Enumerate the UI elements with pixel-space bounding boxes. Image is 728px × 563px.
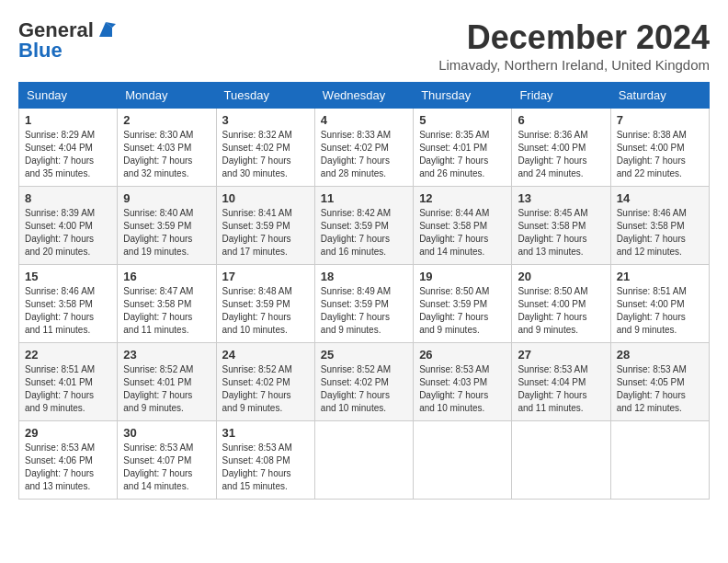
day-number: 7: [617, 113, 703, 127]
calendar-cell: 14 Sunrise: 8:46 AMSunset: 3:58 PMDaylig…: [610, 187, 709, 265]
calendar-cell: 4 Sunrise: 8:33 AMSunset: 4:02 PMDayligh…: [314, 109, 413, 187]
calendar-cell: 19 Sunrise: 8:50 AMSunset: 3:59 PMDaylig…: [414, 265, 512, 343]
day-info: Sunrise: 8:46 AMSunset: 3:58 PMDaylight:…: [25, 286, 95, 335]
calendar-header-row: SundayMondayTuesdayWednesdayThursdayFrid…: [19, 83, 710, 109]
calendar-cell: 20 Sunrise: 8:50 AMSunset: 4:00 PMDaylig…: [512, 265, 610, 343]
day-number: 2: [123, 113, 210, 127]
calendar-cell: 9 Sunrise: 8:40 AMSunset: 3:59 PMDayligh…: [118, 187, 216, 265]
title-section: December 2024 Limavady, Northern Ireland…: [438, 18, 710, 73]
day-info: Sunrise: 8:44 AMSunset: 3:58 PMDaylight:…: [419, 208, 489, 257]
calendar-cell: 17 Sunrise: 8:48 AMSunset: 3:59 PMDaylig…: [216, 265, 314, 343]
calendar-cell: [610, 421, 709, 500]
day-info: Sunrise: 8:40 AMSunset: 3:59 PMDaylight:…: [123, 208, 193, 257]
day-info: Sunrise: 8:32 AMSunset: 4:02 PMDaylight:…: [222, 130, 292, 178]
day-header-saturday: Saturday: [610, 83, 709, 109]
day-info: Sunrise: 8:47 AMSunset: 3:58 PMDaylight:…: [123, 286, 193, 335]
day-number: 13: [518, 191, 604, 205]
calendar-cell: [512, 421, 610, 500]
day-info: Sunrise: 8:39 AMSunset: 4:00 PMDaylight:…: [25, 208, 95, 257]
day-header-tuesday: Tuesday: [216, 83, 314, 109]
day-info: Sunrise: 8:48 AMSunset: 3:59 PMDaylight:…: [222, 286, 292, 335]
day-number: 26: [419, 348, 506, 362]
calendar-week-5: 29 Sunrise: 8:53 AMSunset: 4:06 PMDaylig…: [19, 421, 710, 500]
day-number: 1: [25, 113, 111, 127]
calendar-cell: 11 Sunrise: 8:42 AMSunset: 3:59 PMDaylig…: [314, 187, 413, 265]
calendar-cell: 25 Sunrise: 8:52 AMSunset: 4:02 PMDaylig…: [314, 343, 413, 421]
day-info: Sunrise: 8:42 AMSunset: 3:59 PMDaylight:…: [321, 208, 391, 257]
day-info: Sunrise: 8:53 AMSunset: 4:06 PMDaylight:…: [25, 442, 95, 491]
calendar-table: SundayMondayTuesdayWednesdayThursdayFrid…: [18, 82, 710, 500]
day-number: 6: [518, 113, 604, 127]
day-info: Sunrise: 8:45 AMSunset: 3:58 PMDaylight:…: [518, 208, 587, 257]
day-number: 9: [123, 191, 210, 205]
day-number: 31: [222, 426, 309, 440]
calendar-cell: 1 Sunrise: 8:29 AMSunset: 4:04 PMDayligh…: [19, 109, 118, 187]
calendar-cell: 27 Sunrise: 8:53 AMSunset: 4:04 PMDaylig…: [512, 343, 610, 421]
day-info: Sunrise: 8:50 AMSunset: 3:59 PMDaylight:…: [419, 286, 489, 335]
calendar-cell: 2 Sunrise: 8:30 AMSunset: 4:03 PMDayligh…: [118, 109, 216, 187]
day-number: 16: [123, 270, 210, 283]
calendar-cell: 10 Sunrise: 8:41 AMSunset: 3:59 PMDaylig…: [216, 187, 314, 265]
day-number: 24: [222, 348, 309, 362]
calendar-cell: 26 Sunrise: 8:53 AMSunset: 4:03 PMDaylig…: [414, 343, 512, 421]
day-number: 29: [25, 426, 111, 440]
day-number: 17: [222, 270, 309, 283]
day-number: 22: [25, 348, 111, 362]
day-header-monday: Monday: [118, 83, 216, 109]
calendar-cell: 12 Sunrise: 8:44 AMSunset: 3:58 PMDaylig…: [414, 187, 512, 265]
calendar-cell: 22 Sunrise: 8:51 AMSunset: 4:01 PMDaylig…: [19, 343, 118, 421]
calendar-week-3: 15 Sunrise: 8:46 AMSunset: 3:58 PMDaylig…: [19, 265, 710, 343]
day-info: Sunrise: 8:53 AMSunset: 4:07 PMDaylight:…: [123, 442, 193, 491]
day-number: 3: [222, 113, 309, 127]
location: Limavady, Northern Ireland, United Kingd…: [438, 57, 710, 73]
day-info: Sunrise: 8:53 AMSunset: 4:04 PMDaylight:…: [518, 364, 587, 413]
day-number: 20: [518, 270, 604, 283]
day-header-sunday: Sunday: [19, 83, 118, 109]
day-number: 21: [617, 270, 703, 283]
calendar-cell: 24 Sunrise: 8:52 AMSunset: 4:02 PMDaylig…: [216, 343, 314, 421]
day-header-thursday: Thursday: [414, 83, 512, 109]
day-number: 10: [222, 191, 309, 205]
day-info: Sunrise: 8:52 AMSunset: 4:01 PMDaylight:…: [123, 364, 193, 413]
month-title: December 2024: [438, 18, 710, 57]
day-info: Sunrise: 8:35 AMSunset: 4:01 PMDaylight:…: [419, 130, 489, 178]
calendar-cell: 13 Sunrise: 8:45 AMSunset: 3:58 PMDaylig…: [512, 187, 610, 265]
day-number: 8: [25, 191, 111, 205]
day-number: 12: [419, 191, 506, 205]
day-header-friday: Friday: [512, 83, 610, 109]
day-number: 27: [518, 348, 604, 362]
day-info: Sunrise: 8:36 AMSunset: 4:00 PMDaylight:…: [518, 130, 587, 178]
day-info: Sunrise: 8:53 AMSunset: 4:03 PMDaylight:…: [419, 364, 489, 413]
logo-icon: [96, 20, 116, 40]
calendar-cell: 21 Sunrise: 8:51 AMSunset: 4:00 PMDaylig…: [610, 265, 709, 343]
day-number: 11: [321, 191, 407, 205]
logo: General Blue: [18, 18, 116, 63]
day-number: 5: [419, 113, 506, 127]
day-info: Sunrise: 8:53 AMSunset: 4:08 PMDaylight:…: [222, 442, 292, 491]
day-info: Sunrise: 8:52 AMSunset: 4:02 PMDaylight:…: [321, 364, 391, 413]
calendar-cell: 15 Sunrise: 8:46 AMSunset: 3:58 PMDaylig…: [19, 265, 118, 343]
day-number: 23: [123, 348, 210, 362]
calendar-cell: 28 Sunrise: 8:53 AMSunset: 4:05 PMDaylig…: [610, 343, 709, 421]
day-info: Sunrise: 8:49 AMSunset: 3:59 PMDaylight:…: [321, 286, 391, 335]
calendar-cell: 30 Sunrise: 8:53 AMSunset: 4:07 PMDaylig…: [118, 421, 216, 500]
day-number: 30: [123, 426, 210, 440]
calendar-cell: 3 Sunrise: 8:32 AMSunset: 4:02 PMDayligh…: [216, 109, 314, 187]
day-number: 14: [617, 191, 703, 205]
calendar-cell: 18 Sunrise: 8:49 AMSunset: 3:59 PMDaylig…: [314, 265, 413, 343]
day-info: Sunrise: 8:30 AMSunset: 4:03 PMDaylight:…: [123, 130, 193, 178]
day-info: Sunrise: 8:50 AMSunset: 4:00 PMDaylight:…: [518, 286, 587, 335]
calendar-cell: 16 Sunrise: 8:47 AMSunset: 3:58 PMDaylig…: [118, 265, 216, 343]
day-number: 18: [321, 270, 407, 283]
day-info: Sunrise: 8:41 AMSunset: 3:59 PMDaylight:…: [222, 208, 292, 257]
calendar-week-1: 1 Sunrise: 8:29 AMSunset: 4:04 PMDayligh…: [19, 109, 710, 187]
calendar-cell: 23 Sunrise: 8:52 AMSunset: 4:01 PMDaylig…: [118, 343, 216, 421]
day-number: 19: [419, 270, 506, 283]
calendar-week-2: 8 Sunrise: 8:39 AMSunset: 4:00 PMDayligh…: [19, 187, 710, 265]
day-number: 15: [25, 270, 111, 283]
day-info: Sunrise: 8:46 AMSunset: 3:58 PMDaylight:…: [617, 208, 687, 257]
logo-blue: Blue: [18, 39, 63, 63]
day-info: Sunrise: 8:52 AMSunset: 4:02 PMDaylight:…: [222, 364, 292, 413]
day-number: 4: [321, 113, 407, 127]
day-number: 28: [617, 348, 703, 362]
